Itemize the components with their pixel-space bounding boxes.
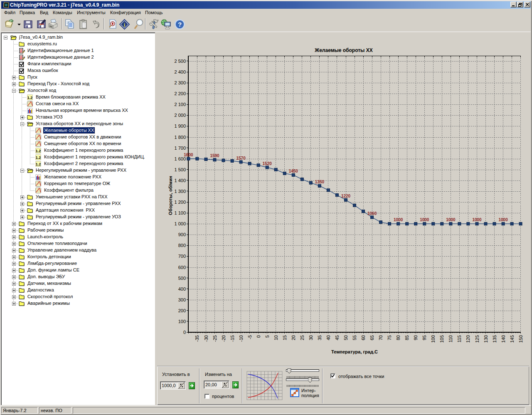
svg-text:110: 110 — [448, 335, 453, 343]
svg-text:35: 35 — [317, 335, 322, 340]
svg-text:1570: 1570 — [236, 156, 246, 161]
svg-text:2 200: 2 200 — [174, 91, 186, 96]
svg-text:140: 140 — [501, 335, 506, 343]
svg-text:300: 300 — [178, 297, 186, 302]
svg-text:1 100: 1 100 — [174, 210, 186, 215]
svg-text:130: 130 — [483, 335, 488, 343]
svg-text:120: 120 — [466, 335, 470, 343]
svg-text:115: 115 — [457, 335, 462, 343]
svg-text:2 100: 2 100 — [174, 102, 186, 107]
svg-text:75: 75 — [387, 335, 392, 340]
svg-text:600: 600 — [178, 265, 186, 270]
svg-text:10: 10 — [273, 335, 278, 340]
svg-text:900: 900 — [178, 232, 186, 237]
svg-text:105: 105 — [439, 335, 444, 343]
svg-text:1.2: 1.2 — [36, 149, 41, 153]
svg-text:5: 5 — [265, 335, 270, 338]
svg-text:1 900: 1 900 — [174, 124, 186, 128]
svg-text:1000: 1000 — [420, 217, 429, 222]
svg-text:1000: 1000 — [472, 217, 482, 222]
svg-text:1220: 1220 — [341, 194, 351, 198]
svg-text:40: 40 — [326, 335, 331, 340]
svg-text:500: 500 — [178, 276, 186, 281]
svg-text:1 200: 1 200 — [174, 200, 186, 205]
svg-text:65: 65 — [369, 335, 374, 340]
svg-text:1 400: 1 400 — [174, 178, 186, 183]
svg-text:2 400: 2 400 — [174, 69, 186, 74]
svg-text:15: 15 — [282, 335, 287, 340]
svg-text:1 300: 1 300 — [174, 189, 186, 194]
svg-text:100: 100 — [178, 319, 186, 324]
svg-text:25: 25 — [300, 335, 305, 340]
svg-text:700: 700 — [178, 254, 186, 259]
svg-text:1520: 1520 — [263, 161, 272, 166]
svg-text:70: 70 — [378, 335, 383, 340]
svg-text:1 700: 1 700 — [174, 146, 186, 151]
svg-text:1590: 1590 — [210, 153, 219, 158]
svg-text:1 800: 1 800 — [174, 135, 186, 140]
svg-text:1060: 1060 — [367, 211, 377, 216]
svg-text:2 000: 2 000 — [174, 113, 186, 118]
svg-text:1 500: 1 500 — [174, 167, 186, 172]
svg-text:150: 150 — [518, 335, 523, 343]
svg-text:0: 0 — [256, 335, 261, 338]
svg-text:0: 0 — [183, 330, 186, 335]
svg-text:100: 100 — [431, 335, 436, 343]
svg-text:1000: 1000 — [498, 217, 508, 222]
svg-text:125: 125 — [475, 335, 480, 343]
svg-text:1600: 1600 — [184, 153, 193, 157]
svg-text:400: 400 — [178, 287, 186, 291]
svg-text:1.2: 1.2 — [36, 162, 41, 166]
svg-text:145: 145 — [510, 335, 515, 343]
svg-text:-10: -10 — [239, 335, 244, 342]
svg-text:-30: -30 — [204, 335, 209, 342]
svg-text:1350: 1350 — [315, 180, 325, 184]
svg-text:30: 30 — [308, 335, 313, 340]
svg-text:20: 20 — [291, 335, 296, 340]
svg-text:1000: 1000 — [446, 217, 456, 222]
svg-text:45: 45 — [335, 335, 340, 340]
svg-text:55: 55 — [352, 335, 357, 340]
svg-text:-5: -5 — [247, 335, 252, 339]
svg-text:1.2: 1.2 — [27, 96, 33, 100]
svg-text:-25: -25 — [212, 335, 217, 342]
svg-text:50: 50 — [343, 335, 348, 340]
svg-text:1450: 1450 — [289, 169, 298, 173]
svg-text:-15: -15 — [230, 335, 235, 342]
svg-text:95: 95 — [422, 335, 427, 340]
svg-text:135: 135 — [492, 335, 497, 343]
svg-text:200: 200 — [178, 308, 186, 313]
svg-text:1.2: 1.2 — [36, 156, 41, 160]
svg-text:2 300: 2 300 — [174, 80, 186, 85]
svg-text:80: 80 — [396, 335, 401, 340]
svg-text:85: 85 — [404, 335, 409, 340]
svg-text:Желаемые обороты ХХ: Желаемые обороты ХХ — [314, 47, 372, 53]
svg-text:800: 800 — [178, 243, 186, 248]
svg-text:Температура, град.С: Температура, град.С — [331, 349, 378, 354]
svg-text:Обороты, об/мин: Обороты, об/мин — [168, 176, 173, 215]
svg-text:-20: -20 — [221, 335, 226, 342]
svg-text:?: ? — [178, 21, 182, 28]
svg-text:1000: 1000 — [394, 217, 403, 222]
svg-text:i: i — [124, 22, 126, 28]
svg-text:90: 90 — [413, 335, 418, 340]
svg-text:60: 60 — [361, 335, 366, 340]
svg-text:2 500: 2 500 — [174, 59, 186, 64]
svg-text:1 000: 1 000 — [174, 221, 186, 226]
svg-text:-35: -35 — [195, 335, 200, 342]
